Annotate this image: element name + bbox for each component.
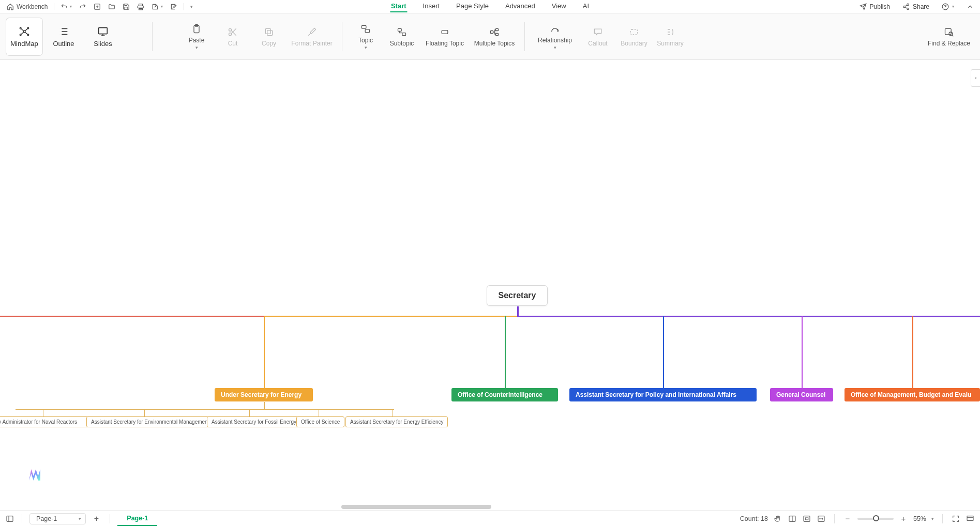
- level2-topic-node[interactable]: Assistant Secretary for Energy Efficienc…: [345, 416, 448, 427]
- print-icon: [137, 3, 144, 10]
- share-label: Share: [913, 3, 929, 10]
- topic-group: Topic ▾ Subtopic Floating Topic Multiple…: [348, 18, 519, 56]
- view-mode-group: MindMap Outline Slides: [5, 18, 121, 55]
- multiple-topics-icon: [489, 26, 500, 38]
- mindmap-icon: [18, 25, 31, 38]
- zoom-slider[interactable]: [857, 518, 894, 520]
- summary-button[interactable]: Summary: [652, 18, 688, 56]
- hand-tool-button[interactable]: [773, 514, 782, 523]
- send-icon: [860, 3, 867, 10]
- tab-page-style[interactable]: Page Style: [455, 1, 490, 12]
- zoom-slider-handle[interactable]: [873, 515, 879, 521]
- clipboard-group: Paste ▾ Cut Copy Format Painter: [178, 18, 337, 56]
- floating-topic-label: Floating Topic: [426, 40, 464, 47]
- level1-topic-node[interactable]: Office of Management, Budget and Evalu: [845, 388, 980, 401]
- add-page-button[interactable]: +: [90, 513, 102, 525]
- sidebar-icon: [6, 515, 14, 523]
- cut-button[interactable]: Cut: [215, 18, 251, 56]
- undo-icon: [61, 3, 68, 10]
- separator: [110, 514, 110, 523]
- svg-point-5: [23, 30, 25, 33]
- redo-button[interactable]: [76, 2, 89, 11]
- presentation-button[interactable]: [966, 514, 975, 523]
- canvas[interactable]: Secretary Under Secretary for EnergyOffi…: [0, 60, 980, 510]
- view-mindmap-button[interactable]: MindMap: [6, 18, 42, 55]
- print-button[interactable]: [134, 2, 147, 11]
- central-topic-node[interactable]: Secretary: [487, 285, 548, 306]
- presentation-icon: [966, 515, 974, 523]
- connector: [264, 316, 265, 388]
- svg-rect-25: [630, 29, 637, 35]
- annotate-group: Relationship ▾ Callout Boundary Summary: [530, 18, 688, 56]
- connector: [264, 402, 265, 409]
- collapse-sidepanel-button[interactable]: [971, 69, 980, 87]
- level2-topic-node[interactable]: uty Administrator for Naval Reactors: [0, 416, 96, 427]
- level2-topic-node[interactable]: Office of Science: [296, 416, 344, 427]
- layout-columns-button[interactable]: [788, 514, 797, 523]
- open-button[interactable]: [105, 2, 118, 11]
- qat-left: Workbench ▾ ▾ ▾: [3, 2, 196, 12]
- svg-rect-26: [945, 28, 952, 35]
- format-painter-button[interactable]: Format Painter: [287, 18, 337, 56]
- undo-button[interactable]: ▾: [57, 2, 75, 11]
- qat-right: Publish Share ▾: [856, 2, 977, 11]
- svg-rect-30: [804, 516, 810, 521]
- help-button[interactable]: ▾: [939, 2, 957, 11]
- level1-topic-node[interactable]: Office of Counterintelligence: [451, 388, 558, 401]
- new-button[interactable]: [91, 2, 104, 11]
- level2-topic-node[interactable]: Assistant Secretary for Fossil Energy: [207, 416, 301, 427]
- level1-topic-node[interactable]: Assistant Secretary for Policy and Inter…: [569, 388, 757, 401]
- callout-button[interactable]: Callout: [580, 18, 616, 56]
- export-button[interactable]: ▾: [148, 2, 166, 11]
- horizontal-scrollbar[interactable]: [0, 504, 980, 509]
- floating-topic-button[interactable]: Floating Topic: [420, 18, 470, 56]
- page-selector-dropdown[interactable]: Page-1 ▾: [29, 513, 86, 524]
- level2-topic-node[interactable]: Assistant Secretary for Environmental Ma…: [86, 416, 214, 427]
- zoom-out-button[interactable]: −: [843, 514, 852, 523]
- topic-icon: [360, 23, 371, 35]
- chevron-down-icon: ▾: [190, 4, 193, 9]
- view-outline-button[interactable]: Outline: [46, 18, 82, 55]
- boundary-button[interactable]: Boundary: [616, 18, 652, 56]
- save-button[interactable]: [119, 2, 133, 11]
- separator: [54, 3, 54, 10]
- zoom-in-button[interactable]: +: [899, 514, 908, 523]
- fit-width-button[interactable]: [817, 514, 826, 523]
- copy-icon: [263, 26, 275, 38]
- level1-topic-node[interactable]: General Counsel: [770, 388, 833, 401]
- separator: [834, 514, 835, 523]
- edit-doc-button[interactable]: [167, 2, 180, 11]
- copy-button[interactable]: Copy: [251, 18, 287, 56]
- view-slides-button[interactable]: Slides: [85, 18, 121, 55]
- connector: [505, 316, 506, 388]
- share-button[interactable]: Share: [899, 2, 932, 11]
- multiple-topics-button[interactable]: Multiple Topics: [470, 18, 519, 56]
- tab-insert[interactable]: Insert: [422, 1, 441, 12]
- format-painter-label: Format Painter: [291, 40, 332, 47]
- tab-view[interactable]: View: [551, 1, 567, 12]
- tab-advanced[interactable]: Advanced: [504, 1, 536, 12]
- more-qat-button[interactable]: ▾: [187, 3, 196, 10]
- tab-start[interactable]: Start: [390, 1, 408, 12]
- scrollbar-thumb[interactable]: [341, 505, 491, 509]
- fit-page-button[interactable]: [802, 514, 811, 523]
- find-replace-button[interactable]: Find & Replace: [924, 18, 974, 56]
- topic-button[interactable]: Topic ▾: [348, 18, 384, 56]
- share-icon: [902, 3, 910, 10]
- tab-ai[interactable]: AI: [582, 1, 590, 12]
- page-tab-active[interactable]: Page-1: [117, 512, 157, 526]
- home-button[interactable]: Workbench: [3, 2, 51, 12]
- level1-topic-node[interactable]: Under Secretary for Energy: [215, 388, 313, 401]
- zoom-menu-button[interactable]: ▾: [931, 516, 934, 521]
- publish-button[interactable]: Publish: [856, 2, 893, 11]
- fullscreen-button[interactable]: [951, 514, 960, 523]
- collapse-ribbon-button[interactable]: [963, 2, 977, 11]
- paste-label: Paste: [189, 37, 205, 44]
- find-replace-label: Find & Replace: [928, 40, 970, 47]
- subtopic-button[interactable]: Subtopic: [384, 18, 420, 56]
- paste-button[interactable]: Paste ▾: [178, 18, 215, 56]
- page-panel-toggle[interactable]: [5, 514, 14, 523]
- relationship-button[interactable]: Relationship ▾: [530, 18, 580, 56]
- save-icon: [123, 3, 130, 10]
- relationship-label: Relationship: [538, 37, 572, 44]
